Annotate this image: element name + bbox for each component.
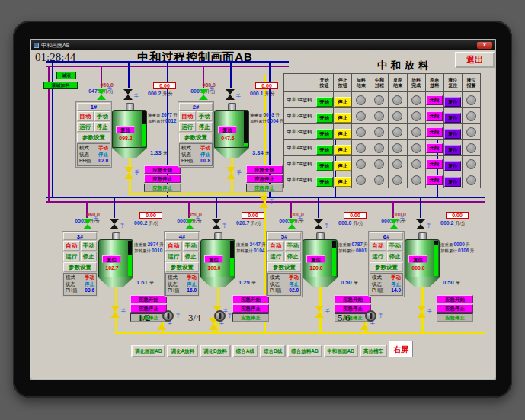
emergency-discharge-button[interactable]: 开始 [426, 175, 443, 185]
nav-button-4[interactable]: 综合A线 [232, 345, 258, 357]
emergency-discharge-button[interactable]: 开始 [426, 159, 443, 169]
feed-label: 液碱加料 [43, 82, 78, 89]
emergency-stop-button[interactable]: 应急停止 [437, 304, 473, 313]
tank-reset-button[interactable]: 复位 [116, 126, 135, 133]
stop-discharge-button[interactable]: 停止 [335, 177, 351, 187]
stop-button[interactable]: 停止 [285, 252, 302, 261]
run-button[interactable]: 运行 [77, 122, 94, 132]
stop-discharge-button[interactable]: 停止 [335, 113, 351, 123]
tank-reset-button[interactable]: 复位 [306, 255, 325, 263]
level-reset-button[interactable]: 复位 [444, 113, 461, 123]
manual-button[interactable]: 手动 [183, 241, 200, 251]
manual-button[interactable]: 手动 [387, 241, 404, 251]
nav-button-1[interactable]: 调化画面AB [131, 345, 165, 357]
run-button[interactable]: 运行 [165, 252, 182, 261]
auto-button[interactable]: 自动 [370, 241, 386, 251]
params-button[interactable]: 参数设置 [179, 133, 213, 143]
emergency-stop-disabled-button[interactable]: 应急停止 [232, 313, 269, 322]
pump-icon [365, 310, 376, 322]
tank-reset-button[interactable]: 复位 [408, 255, 427, 263]
level-reset-button[interactable]: 复位 [444, 129, 461, 139]
emergency-stop-disabled-button[interactable]: 应急停止 [144, 184, 181, 192]
emergency-discharge-button[interactable]: 开始 [426, 95, 443, 105]
stop-discharge-button[interactable]: 停止 [335, 129, 351, 139]
start-discharge-button[interactable]: 开始 [316, 97, 333, 107]
params-button[interactable]: 参数设置 [165, 262, 199, 272]
level-reset-button[interactable]: 复位 [444, 97, 461, 107]
run-button[interactable]: 运行 [63, 252, 80, 261]
auto-button[interactable]: 自动 [77, 111, 94, 121]
emergency-discharge-button[interactable]: 开始 [426, 127, 443, 137]
emergency-start-button[interactable]: 应急开始 [130, 295, 167, 303]
pump-pair-label: 5/6 [338, 312, 351, 324]
close-icon[interactable]: x [477, 42, 492, 49]
status-indicator [374, 159, 384, 169]
nav-button-2[interactable]: 调化A放料 [167, 345, 198, 357]
nav-button-7[interactable]: 中和画面AB [324, 345, 358, 357]
emergency-start-button[interactable]: 应急开始 [246, 165, 283, 174]
nav-button-3[interactable]: 调化B放料 [200, 345, 231, 357]
flow-alarm-value: 0.00 [242, 212, 264, 219]
run-button[interactable]: 运行 [267, 252, 284, 261]
emergency-start-button[interactable]: 应急开始 [232, 295, 269, 303]
level-reset-button[interactable]: 复位 [444, 161, 461, 171]
manual-button[interactable]: 手动 [81, 241, 98, 251]
stop-button[interactable]: 停止 [183, 252, 200, 261]
tablet-bezel: 中和画面AB x 01:28:44 中和过程控制画面AB 中和放料 退出 手 手… [13, 21, 512, 398]
run-button[interactable]: 运行 [370, 252, 386, 261]
stop-button[interactable]: 停止 [387, 252, 404, 261]
nav-button-5[interactable]: 综合B线 [260, 345, 286, 357]
start-discharge-button[interactable]: 开始 [316, 129, 333, 139]
stop-discharge-button[interactable]: 停止 [335, 145, 351, 155]
level-reset-button[interactable]: 复位 [444, 177, 461, 187]
start-discharge-button[interactable]: 开始 [316, 145, 333, 155]
stop-discharge-button[interactable]: 停止 [335, 161, 351, 171]
tank-value: 000.0 [405, 265, 431, 271]
emergency-stop-disabled-button[interactable]: 应急停止 [437, 313, 473, 322]
emergency-stop-button[interactable]: 应急停止 [144, 175, 181, 183]
emergency-stop-button[interactable]: 应急停止 [246, 175, 283, 183]
stop-discharge-button[interactable]: 停止 [335, 97, 351, 107]
window-icon [34, 43, 39, 48]
auto-button[interactable]: 自动 [165, 241, 182, 251]
emergency-panel: 应急开始 应急停止 应急停止 [144, 165, 181, 192]
emergency-start-button[interactable]: 应急开始 [144, 165, 181, 174]
manual-button[interactable]: 手动 [285, 241, 302, 251]
nav-button-9[interactable]: 右屏 [389, 341, 413, 357]
params-button[interactable]: 参数设置 [77, 133, 110, 143]
start-discharge-button[interactable]: 开始 [316, 161, 333, 171]
tank-reset-button[interactable]: 复位 [204, 255, 223, 263]
params-button[interactable]: 参数设置 [370, 262, 403, 272]
emergency-start-button[interactable]: 应急开始 [437, 295, 473, 303]
auto-button[interactable]: 自动 [63, 241, 80, 251]
run-button[interactable]: 运行 [179, 122, 196, 132]
auto-button[interactable]: 自动 [179, 111, 196, 121]
nav-button-6[interactable]: 综合放料AB [287, 345, 322, 357]
params-button[interactable]: 参数设置 [267, 262, 301, 272]
emergency-stop-disabled-button[interactable]: 应急停止 [246, 184, 283, 192]
pump-pair-label: 3/4 [188, 312, 201, 324]
exit-button[interactable]: 退出 [455, 52, 495, 68]
tank-reset-button[interactable]: 复位 [102, 255, 121, 263]
manual-button[interactable]: 手动 [94, 111, 111, 121]
emergency-start-button[interactable]: 应急开始 [335, 295, 371, 303]
auto-button[interactable]: 自动 [267, 241, 284, 251]
stop-button[interactable]: 停止 [197, 122, 213, 132]
manual-tag: 手 [298, 216, 303, 220]
params-button[interactable]: 参数设置 [63, 262, 97, 272]
start-discharge-button[interactable]: 开始 [316, 177, 333, 187]
tank-reset-button[interactable]: 复位 [218, 126, 237, 133]
stop-button[interactable]: 停止 [81, 252, 98, 261]
nav-button-8[interactable]: 高位槽车 [360, 345, 387, 357]
manual-button[interactable]: 手动 [197, 111, 213, 121]
stop-button[interactable]: 停止 [94, 122, 111, 132]
status-indicator [374, 127, 384, 137]
emergency-stop-button[interactable]: 应急停止 [232, 304, 269, 313]
flow-actual-2: 020.7 升/分 [236, 220, 261, 227]
tank-graphic: 复位 000.0 [405, 232, 440, 287]
level-reset-button[interactable]: 复位 [444, 145, 461, 155]
start-discharge-button[interactable]: 开始 [316, 113, 333, 123]
tank-cone [112, 148, 147, 158]
emergency-discharge-button[interactable]: 开始 [426, 111, 443, 121]
emergency-discharge-button[interactable]: 开始 [426, 143, 443, 153]
